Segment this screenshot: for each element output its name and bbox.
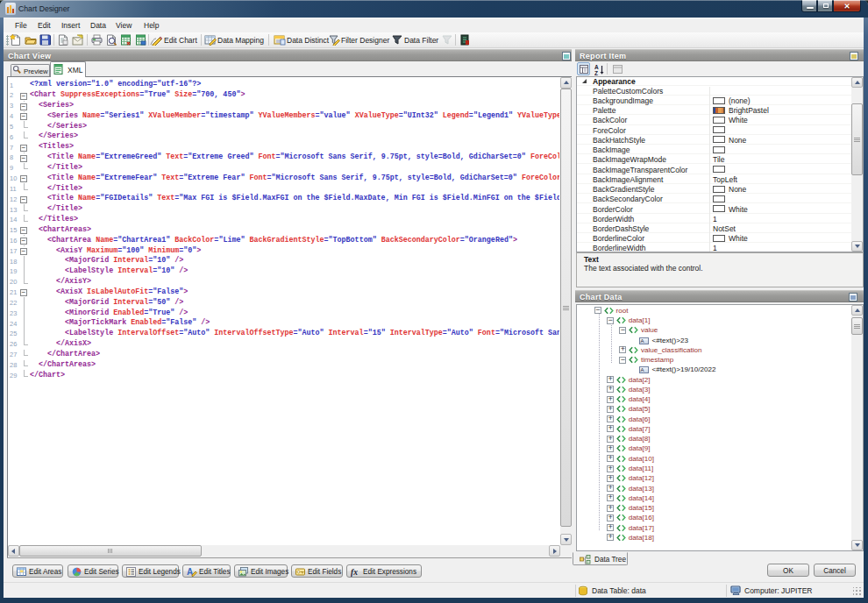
svg-text:Z: Z [594,70,598,76]
svg-text:fx: fx [351,568,358,577]
